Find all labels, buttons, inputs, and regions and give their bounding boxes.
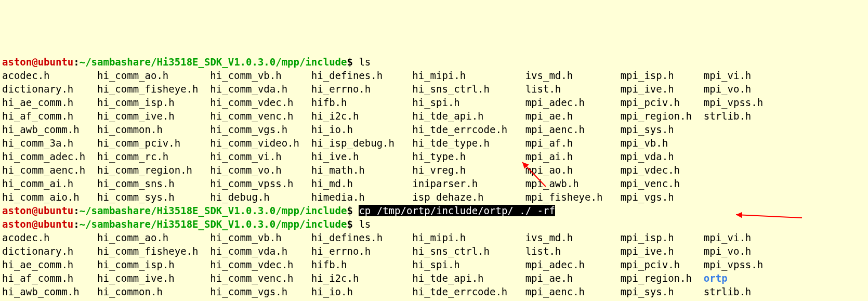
terminal-output: aston@ubuntu:~/sambashare/Hi3518E_SDK_V1… (2, 55, 866, 301)
ls-output-line: hi_ae_comm.h hi_comm_isp.h hi_comm_vdec.… (2, 96, 866, 109)
prompt-host: @ubuntu (32, 218, 73, 230)
prompt-user: aston (2, 56, 32, 68)
command-line[interactable]: aston@ubuntu:~/sambashare/Hi3518E_SDK_V1… (2, 55, 866, 69)
prompt-user: aston (2, 205, 32, 216)
ls-output-line: dictionary.h hi_comm_fisheye.h hi_comm_v… (2, 82, 866, 96)
prompt-user: aston (2, 218, 32, 230)
command-ls: ls (359, 218, 371, 230)
prompt-colon: : (73, 56, 79, 68)
ls-output-line: hi_comm_adec.h hi_comm_rc.h hi_comm_vi.h… (2, 150, 866, 163)
prompt-path: ~/sambashare/Hi3518E_SDK_V1.0.3.0/mpp/in… (80, 218, 347, 230)
command-line[interactable]: aston@ubuntu:~/sambashare/Hi3518E_SDK_V1… (2, 217, 866, 231)
ls-output-line: acodec.h hi_comm_ao.h hi_comm_vb.h hi_de… (2, 69, 866, 82)
ls-output-line: hi_comm_aio.h hi_comm_sys.h hi_debug.h h… (2, 190, 866, 204)
ls-output-line: hi_af_comm.h hi_comm_ive.h hi_comm_venc.… (2, 271, 866, 285)
prompt-dollar: $ (347, 218, 359, 230)
ls-output-line: hi_af_comm.h hi_comm_ive.h hi_comm_venc.… (2, 109, 866, 123)
command-cp-highlighted: cp /tmp/ortp/include/ortp/ ./ -rf (359, 205, 555, 216)
prompt-dollar: $ (347, 205, 359, 216)
ls-output-line: hi_ae_comm.h hi_comm_isp.h hi_comm_vdec.… (2, 258, 866, 271)
ls-output-line: hi_comm_aenc.h hi_comm_region.h hi_comm_… (2, 163, 866, 177)
dir-entry: ortp (704, 272, 728, 284)
prompt-host: @ubuntu (32, 205, 73, 216)
prompt-colon: : (73, 218, 79, 230)
ls-output-line: hi_comm_3a.h hi_comm_pciv.h hi_comm_vide… (2, 298, 866, 301)
prompt-dollar: $ (347, 56, 359, 68)
ls-output-line: hi_awb_comm.h hi_common.h hi_comm_vgs.h … (2, 123, 866, 136)
prompt-path: ~/sambashare/Hi3518E_SDK_V1.0.3.0/mpp/in… (80, 56, 347, 68)
command-line[interactable]: aston@ubuntu:~/sambashare/Hi3518E_SDK_V1… (2, 204, 866, 217)
ls-output-line: acodec.h hi_comm_ao.h hi_comm_vb.h hi_de… (2, 231, 866, 244)
prompt-host: @ubuntu (32, 56, 73, 68)
ls-output-line: hi_comm_ai.h hi_comm_sns.h hi_comm_vpss.… (2, 177, 866, 190)
prompt-colon: : (73, 205, 79, 216)
ls-output-line: hi_awb_comm.h hi_common.h hi_comm_vgs.h … (2, 285, 866, 298)
prompt-path: ~/sambashare/Hi3518E_SDK_V1.0.3.0/mpp/in… (80, 205, 347, 216)
command-ls: ls (359, 56, 371, 68)
ls-output-line: hi_comm_3a.h hi_comm_pciv.h hi_comm_vide… (2, 136, 866, 150)
ls-output-line: dictionary.h hi_comm_fisheye.h hi_comm_v… (2, 244, 866, 258)
